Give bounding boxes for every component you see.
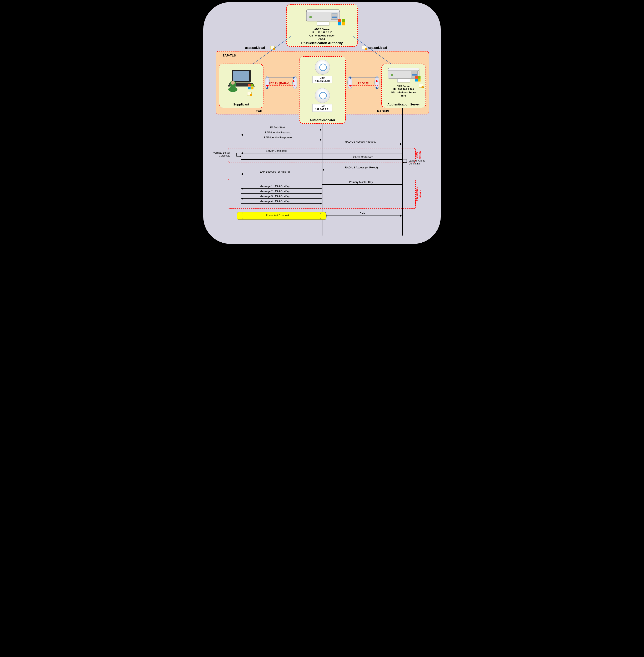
seq-arrow xyxy=(241,140,322,140)
mutual-auth-box xyxy=(228,148,416,163)
nps-cert-label: nps.std.local xyxy=(368,46,387,49)
svg-point-23 xyxy=(228,87,237,92)
svg-rect-42 xyxy=(415,79,418,82)
certificate-icon xyxy=(270,45,275,50)
seq-arrow xyxy=(241,174,322,174)
svg-rect-11 xyxy=(338,22,341,25)
red-arrow xyxy=(349,85,378,86)
pki-name: ADCS Server xyxy=(286,28,358,31)
svg-point-16 xyxy=(365,48,367,50)
fourway-label: 4 Way Handshake xyxy=(416,183,422,204)
svg-rect-10 xyxy=(342,19,345,22)
blue-arrow xyxy=(349,88,378,88)
eaptls-label: EAP-TLS xyxy=(223,53,236,57)
ap1-label: Unifi 192.168.1.10 xyxy=(313,76,332,83)
authserver-role: NPS xyxy=(382,94,426,97)
seq-arrow xyxy=(322,144,402,144)
validate-loop-icon xyxy=(402,158,409,164)
seq-arrow xyxy=(241,130,322,130)
ap1-name: Unifi xyxy=(313,76,332,80)
access-point-icon xyxy=(315,88,330,103)
seq-arrow xyxy=(326,216,402,216)
authenticator-title: Authenticaticator xyxy=(299,118,345,122)
cylinder-cap-icon xyxy=(320,212,327,220)
fourway-box xyxy=(228,179,416,209)
svg-rect-27 xyxy=(248,87,251,89)
seq-eapol-start: EAPoL-Start xyxy=(270,126,285,129)
svg-rect-1 xyxy=(306,9,340,12)
svg-rect-9 xyxy=(338,19,341,22)
server-icon xyxy=(302,7,344,29)
seq-eap-id-req: EAP-Identity Request xyxy=(265,131,291,134)
authserver-ip: IP : 192.168.1.200 xyxy=(382,88,426,91)
user-cert-label: user.std.local xyxy=(245,46,265,49)
seq-radius-req: RADIUS-Access Request xyxy=(345,140,375,143)
seq-arrow xyxy=(241,159,402,160)
svg-rect-12 xyxy=(342,22,345,25)
authserver-name: NPS Server xyxy=(382,85,426,88)
seq-arrow xyxy=(241,135,322,135)
pki-os: OS : Windows Server xyxy=(286,34,358,37)
ap2-label: Unifi 192.168.1.11 xyxy=(313,104,332,112)
seq-msg3: Message 3 : EAPOL-Key xyxy=(259,195,290,198)
validate-server-label: Validate Server Certificate xyxy=(213,151,230,157)
seq-eap-success: EAP Success (or Failure) xyxy=(259,170,290,173)
svg-rect-28 xyxy=(251,87,253,89)
supplicant-box: Supplicant xyxy=(219,64,263,108)
pki-details: ADCS Server IP : 192.168.1.210 OS : Wind… xyxy=(286,28,358,40)
seq-msg2: Message 2 : EAPOL-Key xyxy=(259,190,290,193)
svg-point-30 xyxy=(250,94,252,96)
svg-marker-46 xyxy=(239,155,241,157)
svg-rect-26 xyxy=(251,84,253,87)
svg-rect-20 xyxy=(233,71,249,81)
authserver-os: OS : Windows Server xyxy=(382,91,426,94)
svg-point-14 xyxy=(273,48,275,50)
seq-arrow xyxy=(322,184,402,185)
radius-label: RADIUS xyxy=(377,109,389,113)
red-arrow xyxy=(349,81,378,81)
seq-arrow xyxy=(241,189,322,189)
pki-ip: IP : 192.168.1.210 xyxy=(286,31,358,34)
windows-icon xyxy=(338,19,345,26)
seq-eap-id-resp: EAP-Identity Response xyxy=(264,136,292,139)
certificate-icon xyxy=(362,45,367,50)
radius-proto-label: RADIUS xyxy=(358,82,369,85)
svg-point-39 xyxy=(391,74,393,76)
windows-icon xyxy=(248,84,254,90)
svg-rect-40 xyxy=(415,76,418,79)
svg-rect-41 xyxy=(418,76,420,79)
ap2-ip: 192.168.1.11 xyxy=(313,108,332,111)
access-point-icon xyxy=(315,60,330,74)
seq-arrow xyxy=(241,203,322,204)
svg-point-24 xyxy=(231,81,235,85)
blue-arrow xyxy=(266,88,295,88)
seq-arrow xyxy=(241,198,322,199)
ap2-name: Unifi xyxy=(313,105,332,108)
pki-box: ADCS Server IP : 192.168.1.210 OS : Wind… xyxy=(286,4,358,47)
svg-rect-32 xyxy=(388,68,419,71)
svg-rect-25 xyxy=(248,84,251,87)
pki-title: PKI/Certification Authority xyxy=(286,41,358,45)
svg-rect-33 xyxy=(397,79,410,82)
seq-arrow xyxy=(241,193,322,194)
cylinder-cap-icon xyxy=(237,212,243,220)
encrypted-channel-label: Encrypted Channel xyxy=(266,214,289,217)
red-arrow xyxy=(266,85,295,86)
supplicant-title: Supplicant xyxy=(219,103,263,106)
seq-msg4: Message 4 : EAPOL-Key xyxy=(259,200,290,203)
red-arrow xyxy=(266,81,295,81)
windows-icon xyxy=(415,76,421,82)
pki-role: ADCS xyxy=(286,37,358,40)
seq-radius-access: RADIUS Access (or Reject) xyxy=(345,166,378,169)
blue-arrow xyxy=(349,78,378,78)
seq-pmk: Primary Master Key xyxy=(349,180,373,184)
validate-client-label: Validate Client Certificate xyxy=(409,159,425,165)
svg-rect-43 xyxy=(418,79,420,82)
seq-arrow xyxy=(241,153,402,153)
lifeline-authserver xyxy=(402,108,402,236)
svg-rect-2 xyxy=(317,22,329,25)
seq-server-cert: Server Certificate xyxy=(266,149,286,152)
authserver-title: Authentication Server xyxy=(382,103,426,106)
diagram-canvas: ADCS Server IP : 192.168.1.210 OS : Wind… xyxy=(203,2,441,244)
svg-marker-47 xyxy=(402,162,404,163)
